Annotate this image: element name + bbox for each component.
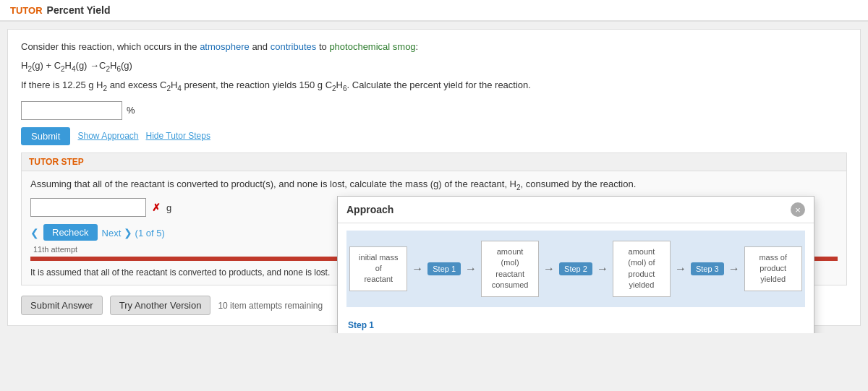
approach-header: Approach × — [338, 197, 814, 223]
prev-arrow[interactable]: ❮ — [30, 227, 39, 239]
attempts-remaining: 10 item attempts remaining — [218, 301, 323, 311]
page-title: Percent Yield — [47, 4, 111, 16]
flow-arrow-2: → — [465, 262, 477, 275]
submit-button[interactable]: Submit — [21, 127, 70, 145]
main-content: Consider this reaction, which occurs in … — [7, 29, 861, 326]
flow-box-4: mass of productyielded — [744, 246, 802, 291]
step2-label: Step 2 — [559, 262, 592, 275]
approach-step-1: Step 1 Calculate amount (mol) of reactan… — [348, 320, 804, 334]
percent-unit: % — [127, 105, 135, 116]
step3-label: Step 3 — [691, 262, 724, 275]
step-question: Assuming that all of the reactant is con… — [30, 179, 838, 192]
next-arrow: ❯ — [124, 227, 132, 239]
answer-row: % — [21, 101, 847, 120]
approach-panel: Approach × initial mass ofreactant → Ste… — [337, 196, 814, 333]
try-another-button[interactable]: Try Another Version — [110, 296, 211, 315]
flow-arrow-5: → — [675, 262, 686, 275]
recheck-button[interactable]: Recheck — [43, 224, 98, 241]
submit-answer-button[interactable]: Submit Answer — [21, 296, 103, 315]
flow-arrow-3: → — [543, 262, 555, 275]
flow-box-2: amount (mol)reactantconsumed — [481, 241, 539, 297]
step-1-num: Step 1 — [348, 320, 804, 330]
flowchart-area: initial mass ofreactant → Step 1 → amoun… — [346, 231, 805, 307]
btn-row: Submit Show Approach Hide Tutor Steps — [21, 127, 847, 145]
problem-condition: If there is 12.25 g H2 and excess C2H4 p… — [21, 78, 847, 94]
hide-tutor-button[interactable]: Hide Tutor Steps — [146, 131, 210, 141]
problem-intro: Consider this reaction, which occurs in … — [21, 40, 847, 54]
flow-arrow-6: → — [728, 262, 740, 275]
chemical-equation: H2(g) + C2H4(g) →C2H6(g) — [21, 60, 847, 73]
flow-arrow-1: → — [412, 262, 423, 275]
top-bar: TUTOR Percent Yield — [0, 0, 868, 22]
step-unit: g — [166, 202, 171, 213]
step-1-desc: Calculate amount (mol) of reactant conve… — [348, 332, 804, 334]
flow-box-3: amount (mol) ofproduct yielded — [613, 241, 671, 297]
steps-area: Step 1 Calculate amount (mol) of reactan… — [338, 314, 814, 334]
tutor-step-header: TUTOR STEP — [22, 153, 846, 171]
flow-arrow-4: → — [597, 262, 608, 275]
approach-title: Approach — [346, 204, 393, 215]
percent-yield-input[interactable] — [21, 101, 122, 120]
step-input[interactable] — [30, 198, 146, 217]
error-icon: ✗ — [152, 202, 161, 213]
tutor-label: TUTOR — [10, 5, 43, 16]
show-approach-button[interactable]: Show Approach — [77, 131, 138, 141]
step1-label: Step 1 — [427, 262, 461, 275]
close-approach-button[interactable]: × — [791, 202, 805, 217]
next-label[interactable]: Next ❯ (1 of 5) — [102, 227, 165, 239]
flow-box-1: initial mass ofreactant — [349, 246, 407, 291]
